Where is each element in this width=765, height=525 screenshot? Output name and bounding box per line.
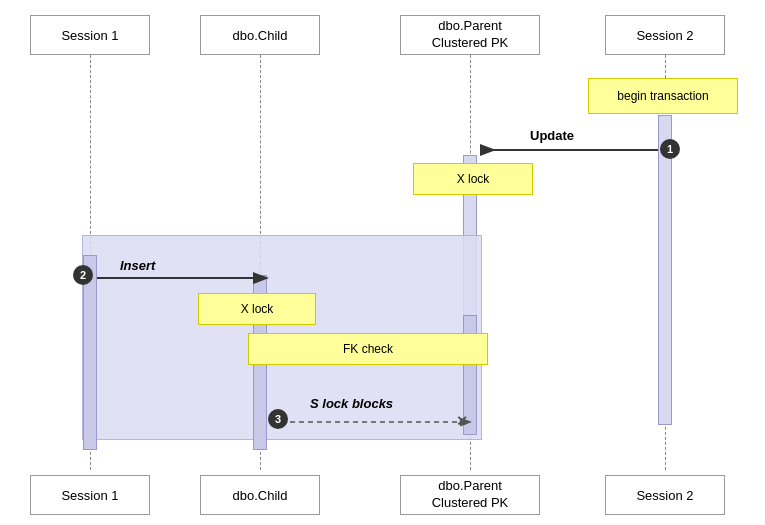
note-xlock-session2: X lock (413, 163, 533, 195)
label-slock-blocks: S lock blocks (310, 396, 393, 411)
diagram: Session 1 dbo.Child dbo.Parent Clustered… (0, 0, 765, 525)
note-begin-transaction: begin transaction (588, 78, 738, 114)
activation-session2-update (658, 115, 672, 425)
badge-3: 3 (268, 409, 288, 429)
note-xlock-session1: X lock (198, 293, 316, 325)
actor-dbo-child-top: dbo.Child (200, 15, 320, 55)
actor-dbo-parent-top: dbo.Parent Clustered PK (400, 15, 540, 55)
actor-dbo-parent-bottom: dbo.Parent Clustered PK (400, 475, 540, 515)
note-fk-check: FK check (248, 333, 488, 365)
badge-2: 2 (73, 265, 93, 285)
actor-session1-bottom: Session 1 (30, 475, 150, 515)
actor-session2-top: Session 2 (605, 15, 725, 55)
label-insert: Insert (120, 258, 155, 273)
actor-session2-bottom: Session 2 (605, 475, 725, 515)
actor-session1-top: Session 1 (30, 15, 150, 55)
label-update: Update (530, 128, 574, 143)
badge-1: 1 (660, 139, 680, 159)
actor-dbo-child-bottom: dbo.Child (200, 475, 320, 515)
